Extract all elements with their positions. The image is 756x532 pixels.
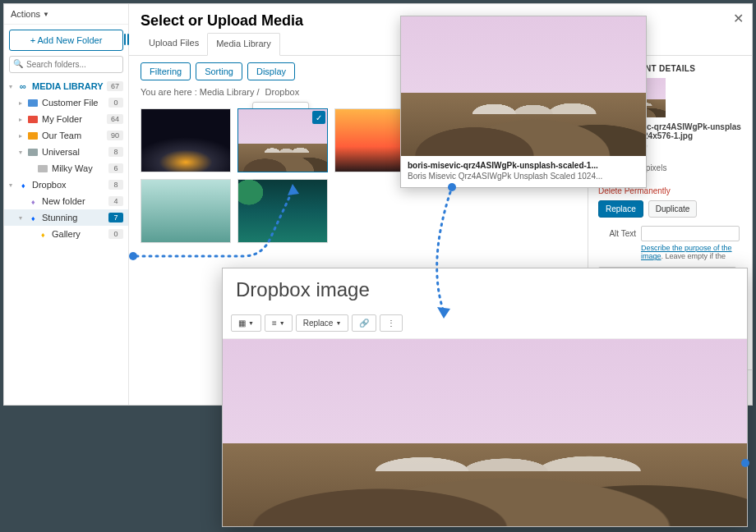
expand-icon: ▾ bbox=[19, 214, 27, 222]
tab-upload[interactable]: Upload Files bbox=[141, 33, 207, 55]
expand-icon: ▸ bbox=[19, 99, 27, 107]
tree-label: Customer File bbox=[42, 98, 108, 108]
link-button[interactable]: 🔗 bbox=[352, 314, 376, 332]
search-icon: 🔍 bbox=[13, 59, 23, 68]
resize-handle[interactable] bbox=[124, 34, 131, 45]
crumb-current[interactable]: Dropbox ⬧ Gallery bbox=[265, 87, 300, 97]
tree-count: 64 bbox=[107, 114, 123, 124]
tree-label: Stunning bbox=[42, 213, 108, 222]
tree-count: 8 bbox=[108, 180, 123, 190]
crumb-current-label: Dropbox bbox=[265, 87, 300, 97]
expand-icon: ▾ bbox=[9, 83, 17, 90]
folder-sidebar: Actions ▼ + Add New Folder 🔍 ▾ ∞ MEDIA L… bbox=[4, 4, 129, 405]
tree-label: Milky Way bbox=[52, 163, 108, 173]
sorting-button[interactable]: Sorting bbox=[196, 62, 242, 80]
preview-subtitle: Boris Misevic Qrz4ASIWgPk Unsplash Scale… bbox=[408, 172, 639, 181]
tree-count: 0 bbox=[108, 229, 123, 239]
tree-label: Gallery bbox=[52, 229, 108, 239]
add-folder-button[interactable]: + Add New Folder bbox=[9, 30, 123, 51]
tree-label: Our Team bbox=[42, 131, 107, 140]
filtering-button[interactable]: Filtering bbox=[141, 62, 191, 80]
check-icon: ✓ bbox=[312, 111, 325, 124]
tree-label: My Folder bbox=[42, 114, 107, 124]
tree-count: 67 bbox=[107, 81, 123, 91]
thumbnail[interactable] bbox=[141, 108, 231, 172]
chevron-down-icon: ▼ bbox=[335, 320, 341, 326]
duplicate-button[interactable]: Duplicate bbox=[648, 200, 698, 218]
folder-search: 🔍 bbox=[9, 56, 123, 73]
alt-text-input[interactable] bbox=[641, 226, 740, 241]
preview-image bbox=[401, 16, 646, 156]
dropbox-icon: ⬧ bbox=[27, 213, 39, 222]
align-icon: ≡ bbox=[272, 319, 277, 328]
folder-icon bbox=[27, 147, 39, 157]
dropbox-icon: ⬧ bbox=[27, 196, 39, 206]
crumb-link[interactable]: Media Library bbox=[200, 87, 255, 97]
folder-tree: ▾ ∞ MEDIA LIBRARY 67 ▸Customer File0 ▸My… bbox=[4, 78, 128, 405]
tree-item[interactable]: Milky Way6 bbox=[4, 160, 128, 177]
thumbnail[interactable] bbox=[141, 179, 231, 243]
chevron-down-icon: ▼ bbox=[43, 11, 49, 18]
expand-icon: ▾ bbox=[9, 181, 17, 189]
replace-button[interactable]: Replace bbox=[598, 200, 643, 218]
tree-item-stunning[interactable]: ▾⬧Stunning7 bbox=[4, 209, 128, 226]
chevron-down-icon: ▼ bbox=[279, 320, 285, 326]
dropbox-icon: ⬧ bbox=[37, 229, 48, 239]
media-library-icon: ∞ bbox=[17, 81, 29, 91]
tree-item[interactable]: ▸My Folder64 bbox=[4, 111, 128, 127]
tree-item[interactable]: ▸Customer File0 bbox=[4, 94, 128, 111]
tree-count: 7 bbox=[108, 213, 123, 222]
folder-icon bbox=[27, 98, 39, 108]
thumbnail[interactable] bbox=[237, 179, 328, 243]
tree-item[interactable]: ▸Our Team90 bbox=[4, 127, 128, 144]
tree-item[interactable]: ▾Universal8 bbox=[4, 144, 128, 160]
actions-label: Actions bbox=[11, 9, 40, 19]
image-icon: ▦ bbox=[238, 319, 246, 328]
more-button[interactable]: ⋮ bbox=[380, 314, 403, 332]
expand-icon: ▸ bbox=[19, 132, 27, 140]
tree-label: Universal bbox=[42, 147, 108, 157]
tree-label: Dropbox bbox=[32, 180, 108, 190]
crumb-prefix: You are here : bbox=[141, 87, 197, 97]
tree-label: New folder bbox=[42, 196, 108, 206]
tree-item[interactable]: ⬧New folder4 bbox=[4, 193, 128, 209]
thumbnail-preview: boris-misevic-qrz4ASIWgPk-unsplash-scale… bbox=[400, 16, 647, 188]
chevron-down-icon: ▼ bbox=[248, 320, 254, 326]
tree-count: 6 bbox=[108, 163, 123, 173]
expand-icon: ▾ bbox=[19, 149, 27, 156]
tree-count: 90 bbox=[107, 131, 123, 140]
tab-library[interactable]: Media Library bbox=[207, 33, 280, 56]
folder-search-input[interactable] bbox=[9, 56, 123, 73]
tree-count: 8 bbox=[108, 147, 123, 157]
thumbnail-selected[interactable]: ✓ bbox=[237, 108, 328, 172]
preview-filename: boris-misevic-qrz4ASIWgPk-unsplash-scale… bbox=[408, 161, 639, 170]
tree-item[interactable]: ⬧Gallery0 bbox=[4, 226, 128, 242]
crumb-sep: / bbox=[256, 87, 259, 97]
replace-label: Replace bbox=[303, 319, 334, 328]
more-icon: ⋮ bbox=[387, 319, 395, 328]
editor-image[interactable] bbox=[223, 339, 747, 527]
folder-icon bbox=[37, 163, 48, 173]
display-button[interactable]: Display bbox=[247, 62, 295, 80]
dropbox-icon: ⬧ bbox=[17, 180, 29, 190]
tree-count: 4 bbox=[108, 196, 123, 206]
alt-hint: Describe the purpose of the image. Leave… bbox=[641, 244, 742, 260]
dropbox-root[interactable]: ▾⬧Dropbox8 bbox=[4, 177, 128, 193]
actions-menu[interactable]: Actions ▼ bbox=[4, 4, 128, 25]
editor-title: Dropbox image bbox=[223, 268, 747, 311]
editor-toolbar: ▦▼ ≡▼ Replace▼ 🔗 ⋮ bbox=[223, 311, 747, 339]
image-type-button[interactable]: ▦▼ bbox=[231, 314, 261, 332]
close-button[interactable]: ✕ bbox=[733, 11, 744, 26]
tree-label: MEDIA LIBRARY bbox=[32, 81, 107, 91]
folder-icon bbox=[27, 131, 39, 140]
align-button[interactable]: ≡▼ bbox=[265, 314, 293, 332]
block-editor: Dropbox image ▦▼ ≡▼ Replace▼ 🔗 ⋮ bbox=[222, 268, 748, 527]
media-library-root[interactable]: ▾ ∞ MEDIA LIBRARY 67 bbox=[4, 78, 128, 94]
alt-text-field: Alt Text Describe the purpose of the ima… bbox=[598, 226, 742, 260]
tree-count: 0 bbox=[108, 98, 123, 108]
expand-icon: ▸ bbox=[19, 116, 27, 123]
replace-button[interactable]: Replace▼ bbox=[296, 314, 349, 332]
folder-icon bbox=[27, 114, 39, 124]
alt-text-label: Alt Text bbox=[598, 226, 636, 238]
link-icon: 🔗 bbox=[359, 319, 369, 328]
